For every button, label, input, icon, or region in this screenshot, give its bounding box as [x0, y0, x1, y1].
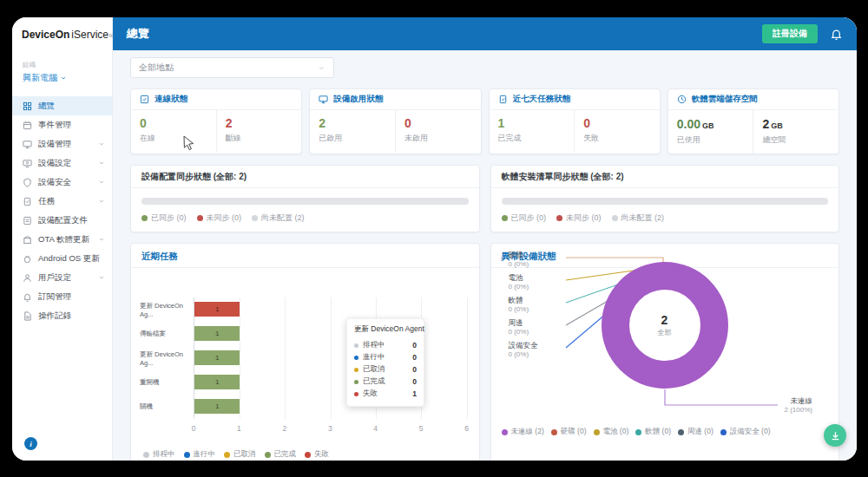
- bar-shutdown[interactable]: 1: [194, 399, 240, 414]
- sidebar-item-device-mgmt[interactable]: 設備管理: [12, 134, 112, 154]
- sidebar-item-overview[interactable]: 總覽: [12, 96, 112, 115]
- donut-callout-offline: 未連線 2 (100%): [785, 396, 812, 415]
- legend-label: 未同步 (0): [566, 212, 602, 224]
- x-axis-ticks: 0 1 2 3 4 5 6: [194, 424, 467, 435]
- register-device-button[interactable]: 註冊設備: [762, 24, 818, 43]
- download-fab-button[interactable]: [824, 424, 846, 447]
- sidebar-item-subscription[interactable]: 訂閱管理: [12, 287, 112, 306]
- stat-unit: GB: [771, 121, 783, 130]
- card-title: 軟體雲端儲存空間: [692, 94, 758, 105]
- progress-bar: [141, 198, 469, 205]
- sidebar-item-label: 總覽: [38, 101, 55, 112]
- legend-label: 尚未配置 (2): [261, 212, 305, 224]
- sidebar-item-label: OTA 軟體更新: [38, 234, 89, 245]
- stat-value: 1: [498, 116, 566, 130]
- org-selector[interactable]: 興新電腦: [23, 72, 102, 84]
- card-title: 近期任務: [131, 244, 479, 268]
- bar-plot-area: 1 1 1 1 1: [194, 297, 467, 419]
- stat-label: 未啟用: [404, 133, 472, 144]
- monitor-settings-icon: [23, 159, 32, 168]
- org-label: 組織: [23, 61, 102, 69]
- shield-icon: [23, 178, 32, 187]
- checkbox-icon: [140, 95, 149, 104]
- monitor-icon: [23, 140, 32, 149]
- stat-value: 0.00: [677, 117, 700, 131]
- legend-dot: [502, 215, 508, 221]
- seven-day-tasks-card: 近七天任務狀態 1已完成 0失敗: [489, 88, 661, 154]
- bar-transfer-files[interactable]: 1: [194, 326, 240, 341]
- sidebar-item-ota-update[interactable]: OTA 軟體更新: [12, 230, 112, 249]
- top-bar-actions: 註冊設備: [762, 24, 843, 43]
- chevron-down-icon: [98, 160, 105, 167]
- sidebar-item-device-security[interactable]: 設備安全: [12, 173, 112, 192]
- brand-suffix: iService: [71, 29, 108, 41]
- connection-status-card: 連線狀態 0在線 2斷線: [130, 88, 302, 154]
- legend-dot: [197, 215, 203, 221]
- device-config-sync-card: 設備配置同步狀態 (全部: 2) 已同步 (0) 未同步 (0) 尚未配置 (2…: [130, 165, 480, 232]
- sidebar-menu: 總覽 事件管理 設備管理 設備設定 設備安全: [12, 96, 112, 325]
- chevron-down-icon: [98, 179, 105, 186]
- event-icon: [23, 121, 32, 130]
- sidebar-item-operation-log[interactable]: 操作記錄: [12, 306, 112, 325]
- bar-update-agent-done[interactable]: 1: [194, 350, 240, 365]
- legend-label: 已同步 (0): [511, 212, 547, 224]
- page-title: 總覽: [127, 26, 149, 42]
- donut-ring[interactable]: [602, 262, 728, 389]
- sync-legend: 已同步 (0) 未同步 (0) 尚未配置 (2): [502, 212, 829, 224]
- clipboard-check-icon: [23, 197, 32, 206]
- sidebar-item-label: 設備設定: [38, 158, 71, 169]
- abnormal-device-status-card: 異常設備狀態 2 全部: [490, 243, 840, 461]
- stat-unit: GB: [702, 121, 714, 130]
- stat-value: 0: [140, 116, 207, 130]
- sidebar-item-user-settings[interactable]: 用戶設定: [12, 268, 112, 287]
- sidebar-item-events[interactable]: 事件管理: [12, 115, 112, 134]
- stat-value: 0: [583, 116, 651, 130]
- chevron-down-icon: [98, 274, 105, 281]
- chevron-down-icon: [318, 64, 326, 72]
- software-list-sync-card: 軟體安裝清單同步狀態 (全部: 2) 已同步 (0) 未同步 (0) 尚未配置 …: [490, 165, 840, 232]
- sidebar-item-label: 操作記錄: [38, 310, 71, 322]
- location-dropdown[interactable]: 全部地點: [130, 57, 334, 78]
- info-icon[interactable]: i: [24, 437, 37, 450]
- grid-icon: [23, 101, 32, 111]
- bar-update-agent-failed[interactable]: 1: [194, 302, 240, 317]
- stat-value: 2: [226, 116, 293, 130]
- stat-label: 已使用: [677, 134, 745, 146]
- bell-icon[interactable]: [830, 28, 843, 41]
- bar-chart-legend: 排程中 進行中 已取消 已完成 失敗: [143, 449, 329, 460]
- device-activation-card: 設備啟用狀態 2已啟用 0未啟用: [309, 88, 481, 154]
- org-name: 興新電腦: [23, 72, 57, 84]
- collapse-icon[interactable]: «: [108, 30, 114, 40]
- org-block: 組織 興新電腦: [12, 52, 112, 84]
- sidebar-item-device-profile[interactable]: 設備配置文件: [12, 211, 112, 230]
- main-area: 總覽 註冊設備 全部地點 連線狀態 0在線: [113, 17, 857, 461]
- sidebar-item-label: 設備管理: [38, 139, 71, 150]
- stat-label: 失敗: [583, 133, 651, 144]
- chart-tooltip: 更新 DeviceOn Agent 排程中0 進行中0 已取消0 已完成0 失敗…: [346, 318, 424, 407]
- sidebar-item-label: Android OS 更新: [38, 253, 100, 265]
- stat-label: 總空間: [762, 134, 830, 146]
- chevron-down-icon: [98, 140, 105, 147]
- chevron-down-icon: [98, 236, 105, 243]
- sidebar-item-android-os-update[interactable]: Android OS 更新: [12, 249, 112, 268]
- legend-dot: [141, 215, 148, 221]
- bar-reboot[interactable]: 1: [194, 375, 240, 389]
- sidebar-item-label: 用戶設定: [38, 272, 71, 284]
- card-title: 近七天任務狀態: [513, 94, 571, 105]
- sidebar-item-device-settings[interactable]: 設備設定: [12, 154, 112, 173]
- profile-doc-icon: [23, 216, 32, 225]
- bar-chart: 更新 DeviceOn Ag... 傳輸檔案 更新 DeviceOn Ag...…: [131, 268, 479, 461]
- legend-dot: [252, 215, 258, 221]
- chevron-down-icon: [98, 198, 105, 205]
- progress-bar: [502, 198, 829, 205]
- legend-dot: [556, 215, 562, 221]
- donut-callouts-left: 硬碟0 (0%) 電池0 (0%) 軟體0 (0%) 周邊0 (0%) 設備安全…: [509, 251, 538, 363]
- legend-label: 已同步 (0): [151, 212, 187, 224]
- stat-value: 0: [404, 116, 472, 130]
- app-window: DeviceOn iService « 組織 興新電腦 總覽 事件管理 設備管理: [12, 17, 857, 461]
- log-file-icon: [23, 311, 32, 321]
- stat-value: 2: [762, 117, 769, 131]
- sidebar-item-tasks[interactable]: 任務: [12, 192, 112, 211]
- sidebar-item-label: 事件管理: [38, 120, 71, 131]
- sidebar-item-label: 設備配置文件: [38, 215, 88, 226]
